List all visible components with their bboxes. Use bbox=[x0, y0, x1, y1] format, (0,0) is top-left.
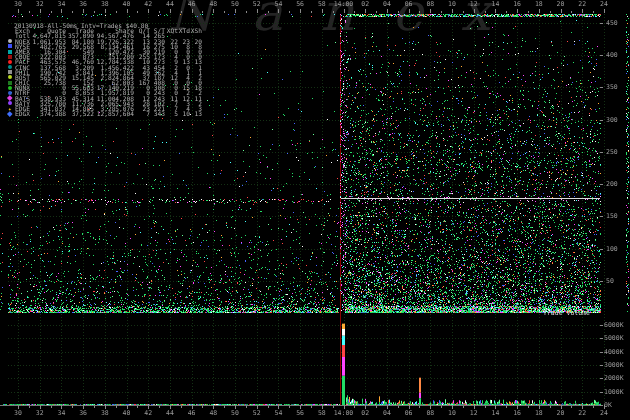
table-header-cell: XSh bbox=[190, 28, 202, 33]
time-tick-label-top: 14 bbox=[491, 1, 499, 8]
time-tick-label-bottom: 48 bbox=[209, 410, 217, 417]
time-tick-label-top: 20 bbox=[557, 1, 565, 8]
time-tick-label-top: 42 bbox=[144, 1, 152, 8]
time-tick-label-top: 46 bbox=[188, 1, 196, 8]
time-tick-label-bottom: 32 bbox=[36, 410, 44, 417]
nanex-chart-screen: Nanex Trade Volume 20130918-All-50ms Int… bbox=[0, 0, 630, 420]
interval-axis-tick-label: 250 bbox=[606, 149, 618, 156]
time-tick-label-top: 34 bbox=[57, 1, 65, 8]
exchange-marker-cell bbox=[8, 39, 15, 43]
volume-axis-tick-label: 0K bbox=[604, 402, 612, 409]
time-tick-label-top: 30 bbox=[14, 1, 22, 8]
time-tick-label-bottom: 46 bbox=[188, 410, 196, 417]
time-tick-label-top: 50 bbox=[231, 1, 239, 8]
time-tick-label-top: 36 bbox=[79, 1, 87, 8]
table-cell-share: 12,857,604 bbox=[94, 111, 134, 116]
time-tick-label-top: 24 bbox=[600, 1, 608, 8]
interval-axis-tick-label: 300 bbox=[606, 117, 618, 124]
time-tick-label-top: 40 bbox=[123, 1, 131, 8]
volume-axis-tick-label: 1000K bbox=[604, 389, 624, 396]
volume-axis-tick-label: 4000K bbox=[604, 349, 624, 356]
exchange-marker-cell bbox=[8, 60, 15, 64]
exchange-stats-table: 20130918-All-50ms Intv=Trades $40.80 Exc… bbox=[8, 23, 202, 116]
interval-axis-tick-label: 450 bbox=[606, 20, 618, 27]
time-tick-label-bottom: 34 bbox=[57, 410, 65, 417]
interval-axis-tick-label: 200 bbox=[606, 181, 618, 188]
table-cell-trade: 37,522 bbox=[66, 111, 94, 116]
table-cell-qt: 7 bbox=[134, 111, 150, 116]
volume-axis-tick-label: 3000K bbox=[604, 362, 624, 369]
interval-axis-tick-label: 50 bbox=[606, 278, 614, 285]
table-cell-xtd: 10 bbox=[178, 111, 190, 116]
table-row: EDGX374,38837,52212,857,604734351013 bbox=[8, 111, 202, 116]
exchange-marker-icon bbox=[8, 60, 12, 64]
time-tick-label-bottom: 24 bbox=[600, 410, 608, 417]
interval-axis-tick-label: 150 bbox=[606, 213, 618, 220]
table-header-cell: XQt bbox=[165, 28, 178, 33]
time-tick-label-bottom: 10 bbox=[448, 410, 456, 417]
exchange-marker-icon bbox=[8, 55, 12, 59]
time-tick-label-top: 48 bbox=[209, 1, 217, 8]
exchange-marker-icon bbox=[7, 96, 12, 101]
exchange-marker-icon bbox=[8, 81, 12, 85]
exchange-marker-cell bbox=[8, 65, 15, 69]
table-cell-exch: EDGX bbox=[15, 111, 32, 116]
time-tick-label-top: 44 bbox=[166, 1, 174, 8]
table-cell-st: 343 bbox=[150, 111, 165, 116]
table-cell-quote: 374,388 bbox=[32, 111, 66, 116]
exchange-marker-icon bbox=[8, 50, 12, 54]
time-tick-label-bottom: 04 bbox=[383, 410, 391, 417]
time-tick-label-bottom: 40 bbox=[123, 410, 131, 417]
exchange-marker-cell bbox=[8, 75, 15, 79]
time-tick-label-bottom: 38 bbox=[101, 410, 109, 417]
time-tick-label-top: 54 bbox=[274, 1, 282, 8]
time-tick-label-top: 14:00 bbox=[334, 1, 354, 8]
time-tick-label-bottom: 36 bbox=[79, 410, 87, 417]
time-tick-label-top: 18 bbox=[535, 1, 543, 8]
time-tick-label-bottom: 54 bbox=[274, 410, 282, 417]
volume-axis-tick-label: 6000K bbox=[604, 322, 624, 329]
interval-axis-tick-label: 100 bbox=[606, 246, 618, 253]
table-cell-xqt: 5 bbox=[165, 111, 178, 116]
time-tick-label-bottom: 02 bbox=[361, 410, 369, 417]
exchange-marker-icon bbox=[8, 86, 12, 90]
interval-axis-tick-label: 350 bbox=[606, 84, 618, 91]
exchange-marker-icon bbox=[8, 44, 12, 48]
time-tick-label-bottom: 56 bbox=[296, 410, 304, 417]
exchange-marker-cell bbox=[8, 50, 15, 54]
trade-volume-label: Trade Volume bbox=[543, 309, 590, 317]
time-tick-label-bottom: 50 bbox=[231, 410, 239, 417]
exchange-marker-icon bbox=[8, 39, 12, 43]
time-tick-label-top: 38 bbox=[101, 1, 109, 8]
exchange-marker-icon bbox=[8, 75, 12, 79]
exchange-marker-cell bbox=[8, 81, 15, 85]
time-tick-label-bottom: 44 bbox=[166, 410, 174, 417]
volume-axis-tick-label: 5000K bbox=[604, 335, 624, 342]
time-tick-label-bottom: 08 bbox=[426, 410, 434, 417]
exchange-marker-cell bbox=[8, 112, 15, 116]
exchange-marker-cell bbox=[8, 44, 15, 48]
exchange-marker-cell bbox=[8, 96, 15, 100]
table-header-cell: XTd bbox=[178, 28, 190, 33]
exchange-marker-cell bbox=[8, 86, 15, 90]
time-tick-label-bottom: 52 bbox=[253, 410, 261, 417]
time-tick-label-top: 12 bbox=[470, 1, 478, 8]
time-tick-label-bottom: 42 bbox=[144, 410, 152, 417]
time-tick-label-bottom: 14 bbox=[491, 410, 499, 417]
time-tick-label-top: 58 bbox=[318, 1, 326, 8]
time-tick-label-top: 04 bbox=[383, 1, 391, 8]
time-tick-label-bottom: 18 bbox=[535, 410, 543, 417]
time-tick-label-top: 16 bbox=[513, 1, 521, 8]
time-tick-label-bottom: 12 bbox=[470, 410, 478, 417]
time-tick-label-bottom: 20 bbox=[557, 410, 565, 417]
time-tick-label-top: 02 bbox=[361, 1, 369, 8]
time-tick-label-bottom: 22 bbox=[578, 410, 586, 417]
time-tick-label-top: 22 bbox=[578, 1, 586, 8]
time-tick-label-bottom: 30 bbox=[14, 410, 22, 417]
table-cell-xsh: 13 bbox=[190, 111, 202, 116]
exchange-marker-icon bbox=[8, 70, 12, 74]
exchange-marker-icon bbox=[8, 65, 12, 69]
interval-axis-tick-label: 400 bbox=[606, 52, 618, 59]
time-tick-label-top: 56 bbox=[296, 1, 304, 8]
exchange-marker-cell bbox=[8, 55, 15, 59]
